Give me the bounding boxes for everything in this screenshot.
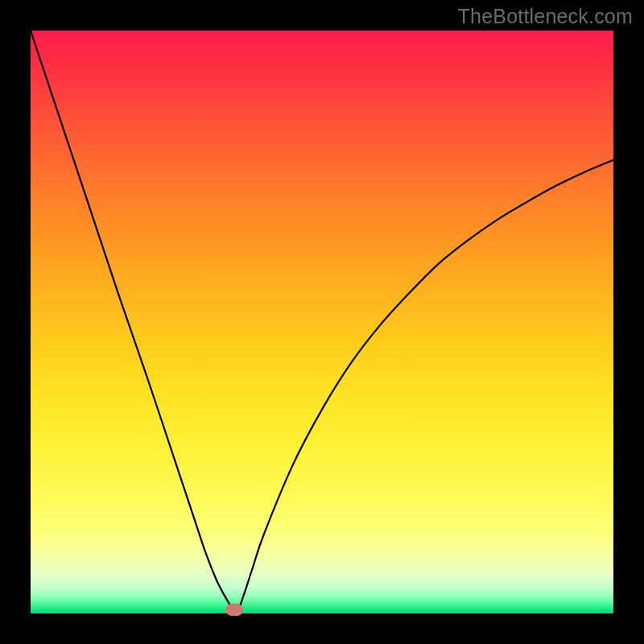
plot-area [31, 31, 613, 613]
chart-frame: TheBottleneck.com [0, 0, 644, 644]
minimum-marker [225, 604, 243, 616]
watermark-text: TheBottleneck.com [458, 5, 633, 28]
curve-svg [31, 31, 613, 613]
bottleneck-curve [31, 31, 613, 610]
